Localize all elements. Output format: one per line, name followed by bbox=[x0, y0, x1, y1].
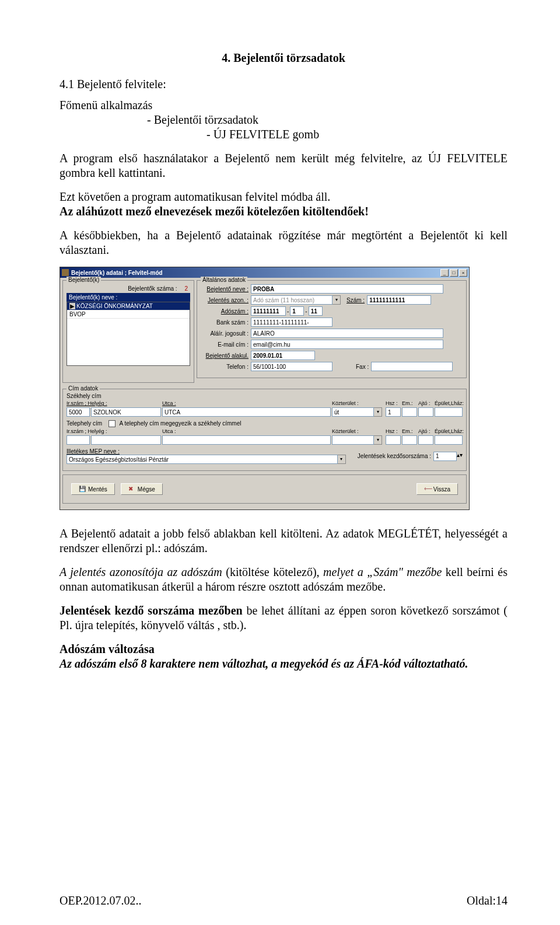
fax-input[interactable] bbox=[371, 362, 453, 371]
cancel-icon bbox=[128, 486, 135, 493]
szekhely-label: Székhely cím bbox=[66, 393, 463, 399]
close-button[interactable]: × bbox=[459, 269, 467, 277]
telephely-checkbox[interactable] bbox=[108, 420, 116, 427]
adoszam-c-input[interactable] bbox=[309, 306, 323, 316]
right-legend: Általános adatok bbox=[201, 277, 247, 283]
mep-label: Illetékes MEP neve : bbox=[66, 448, 346, 455]
bank-input[interactable] bbox=[251, 317, 332, 327]
menu-path-1: Főmenü alkalmazás bbox=[60, 98, 508, 113]
street-input[interactable] bbox=[162, 407, 331, 417]
ajto2-input[interactable] bbox=[418, 435, 433, 445]
street-type2-combo[interactable] bbox=[332, 435, 374, 445]
city2-input[interactable] bbox=[91, 435, 161, 445]
paragraph-adoszam-body: Az adószám első 8 karaktere nem változha… bbox=[60, 657, 508, 671]
hsz-input[interactable] bbox=[386, 407, 401, 417]
paragraph-kezdo: Jelentések kezdő sorszáma mezőben be leh… bbox=[60, 603, 508, 633]
addr-legend: Cím adatok bbox=[66, 385, 100, 392]
minimize-button[interactable]: _ bbox=[440, 269, 449, 277]
utca-header: Utca : bbox=[162, 400, 331, 406]
hsz-header-2: Hsz : bbox=[386, 428, 401, 434]
bank-label: Bank szám : bbox=[201, 319, 251, 326]
chevron-down-icon[interactable]: ▾ bbox=[338, 455, 346, 464]
email-label: E-mail cím : bbox=[201, 341, 251, 348]
subsection-title: 4.1 Bejelentő felvitele: bbox=[60, 78, 508, 91]
ajto-input[interactable] bbox=[418, 407, 433, 417]
telephely-check-label: A telephely cím megegyezik a székhely cí… bbox=[120, 420, 242, 427]
adoszam-b-input[interactable] bbox=[290, 306, 304, 316]
irszam-header-2: Ir.szám ; Helyég : bbox=[66, 428, 161, 434]
chevron-down-icon[interactable]: ▾ bbox=[374, 407, 382, 417]
paragraph-adoszam-title: Adószám változása bbox=[60, 642, 508, 657]
telephely-label: Telephely cím bbox=[66, 420, 102, 427]
street2-input[interactable] bbox=[162, 435, 331, 445]
zip-input[interactable] bbox=[66, 407, 90, 417]
ep-header: Épület,Lház: bbox=[435, 400, 463, 406]
maximize-button[interactable]: □ bbox=[450, 269, 458, 277]
alakul-label: Bejelentő alakul. bbox=[201, 352, 251, 359]
utca-header-2: Utca : bbox=[162, 428, 331, 434]
fax-label: Fax : bbox=[356, 364, 371, 370]
name-label: Bejelentő neve : bbox=[201, 286, 251, 292]
ajto-header: Ajtó : bbox=[418, 400, 433, 406]
list-item[interactable]: ▶KÖZSÉGI ÖNKORMÁNYZAT bbox=[67, 302, 190, 310]
footer-left: OEP.2012.07.02.. bbox=[60, 894, 142, 907]
left-legend: Bejelentő(k) bbox=[66, 277, 101, 283]
app-icon bbox=[62, 269, 69, 276]
bejelento-list[interactable]: ▶KÖZSÉGI ÖNKORMÁNYZAT BVOP bbox=[66, 302, 190, 366]
azon-label: Jelentés azon. : bbox=[201, 297, 251, 303]
hsz2-input[interactable] bbox=[386, 435, 401, 445]
tel-label: Telefon : bbox=[201, 364, 251, 370]
alairo-label: Aláír. jogosult : bbox=[201, 330, 251, 337]
window-titlebar: Bejelentő(k) adatai ; Felvitel-mód _ □ × bbox=[60, 267, 469, 278]
save-button[interactable]: Mentés bbox=[71, 483, 115, 495]
paragraph-rightpanel: A Bejelentő adatait a jobb felső ablakba… bbox=[60, 526, 508, 556]
szam-input[interactable] bbox=[367, 295, 431, 305]
chevron-down-icon[interactable]: ▾ bbox=[374, 435, 382, 445]
kozterulet-header: Közterület : bbox=[332, 400, 384, 406]
spinner-icon[interactable]: ▴▾ bbox=[457, 452, 463, 461]
paragraph-mandatory: Az aláhúzott mező elnevezések mezői köte… bbox=[60, 204, 508, 219]
alakul-input[interactable] bbox=[251, 351, 315, 360]
adoszam-label: Adószám : bbox=[201, 308, 251, 315]
footer-right: Oldal:14 bbox=[467, 894, 508, 907]
back-icon bbox=[424, 486, 431, 493]
ep-input[interactable] bbox=[435, 407, 463, 417]
save-icon bbox=[79, 486, 86, 493]
street-type-combo[interactable] bbox=[332, 407, 374, 417]
list-header: Bejelentő(k) neve : bbox=[66, 293, 190, 302]
paragraph-azon: A jelentés azonosítója az adószám (kitöl… bbox=[60, 565, 508, 594]
name-input[interactable] bbox=[251, 284, 443, 294]
chevron-down-icon[interactable]: ▾ bbox=[332, 295, 341, 305]
em-header-2: Em.: bbox=[402, 428, 417, 434]
menu-path-2: - Bejelentői törzsadatok bbox=[147, 113, 508, 127]
mep-combo[interactable] bbox=[66, 455, 338, 464]
irszam-header: Ir.szám ; Helyég : bbox=[66, 400, 161, 406]
section-title: 4. Bejelentői törzsadatok bbox=[60, 51, 508, 65]
azon-combo[interactable] bbox=[251, 295, 332, 305]
list-item[interactable]: BVOP bbox=[67, 310, 190, 319]
kezdo-input[interactable] bbox=[433, 452, 457, 461]
em2-input[interactable] bbox=[402, 435, 417, 445]
email-input[interactable] bbox=[251, 340, 443, 349]
paragraph-mode: Ezt követően a program automatikusan fel… bbox=[60, 190, 508, 204]
menu-path-3: - ÚJ FELVITELE gomb bbox=[206, 127, 508, 142]
adoszam-a-input[interactable] bbox=[251, 306, 286, 316]
kozterulet-header-2: Közterület : bbox=[332, 428, 384, 434]
window-title: Bejelentő(k) adatai ; Felvitel-mód bbox=[71, 270, 440, 276]
em-input[interactable] bbox=[402, 407, 417, 417]
paragraph-later: A későbbiekben, ha a Bejelentő adatainak… bbox=[60, 228, 508, 257]
back-button[interactable]: Vissza bbox=[416, 483, 458, 495]
ep2-input[interactable] bbox=[435, 435, 463, 445]
paragraph-intro: A program első használatakor a Bejelentő… bbox=[60, 151, 508, 180]
count-label: Bejelentők száma : bbox=[128, 285, 177, 292]
cancel-button[interactable]: Mégse bbox=[121, 483, 163, 495]
em-header: Em.: bbox=[402, 400, 417, 406]
hsz-header: Hsz : bbox=[386, 400, 401, 406]
city-input[interactable] bbox=[91, 407, 161, 417]
szam-label: Szám : bbox=[346, 297, 367, 303]
tel-input[interactable] bbox=[251, 362, 332, 371]
alairo-input[interactable] bbox=[251, 329, 443, 338]
kezdo-label: Jelentések kezdősorszáma : bbox=[358, 453, 431, 459]
count-value: 2 bbox=[184, 285, 188, 292]
zip2-input[interactable] bbox=[66, 435, 90, 445]
